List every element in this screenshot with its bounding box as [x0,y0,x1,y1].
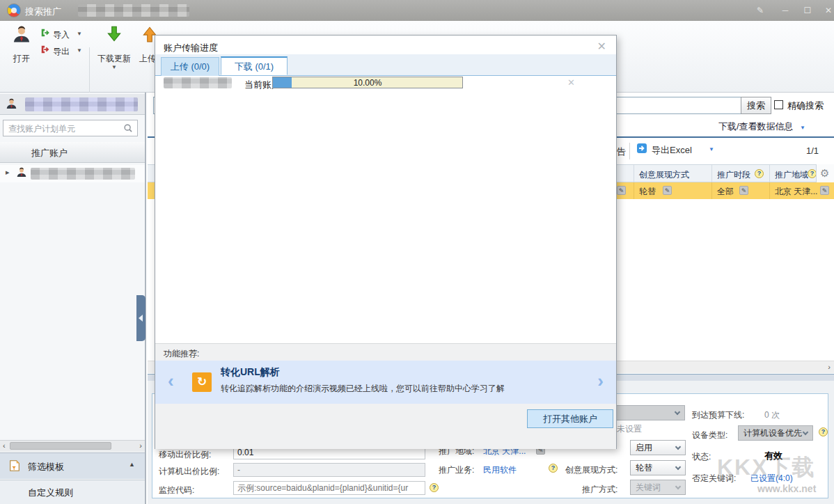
open-account-button[interactable]: 打开 [6,25,38,65]
edit-icon[interactable]: ✎ [617,186,626,195]
import-button[interactable]: 导入 ▼ [40,28,86,42]
import-icon [40,30,50,40]
dialog-title: 账户传输进度 [164,42,218,54]
sidebar-item-custom-rules[interactable]: 自定义规则 [0,480,145,504]
action-separator [629,143,630,159]
open-other-account-button[interactable]: 打开其他账户 [527,409,613,428]
monitor-code-input[interactable] [233,481,425,495]
search-icon [123,123,133,135]
export-button[interactable]: 导出 ▼ [40,45,86,58]
sidebar-account-row[interactable] [0,94,145,115]
app-title: 搜索推广 [25,6,61,18]
creative-mode-dropdown[interactable]: 轮替 [630,460,686,475]
feedback-icon[interactable]: ✎ [753,5,767,16]
tree-expand-icon[interactable]: ▸ [6,168,10,177]
sidebar-item-filter-template[interactable]: 筛选模板 ▲ [0,452,145,479]
banner-description: 转化追踪解析功能的介绍演示视频已经上线啦，您可以前往帮助中心学习了解 [221,383,505,395]
device-type-dropdown[interactable]: 计算机设备优先 [738,425,813,441]
tree-account-name-redacted [31,168,135,180]
tree-item-account[interactable]: ▸ [0,165,145,182]
edit-schedule-icon[interactable]: ✎ [739,186,748,195]
minimize-button[interactable]: ─ [778,5,792,16]
scroll-right-icon[interactable]: › [828,363,831,371]
download-update-button[interactable]: 下载更新 ▼ [93,25,135,75]
app-logo-icon [7,3,21,17]
device-type-value: 计算机设备优先 [743,428,802,438]
import-label: 导入 [53,29,70,41]
tab-download[interactable]: 下载 (0/1) [221,56,288,75]
chevron-down-icon [675,484,681,489]
sidebar-collapse-handle[interactable] [136,295,145,341]
custom-rules-label: 自定义规则 [28,487,73,499]
enabled-value: 启用 [636,443,652,452]
exact-search-checkbox[interactable] [774,100,783,109]
col-divider [769,165,770,182]
method-label: 推广方式: [582,484,617,496]
chevron-down-icon [675,444,681,450]
pagination: 1/1 [806,145,819,156]
pc-ratio-input[interactable] [233,463,425,477]
budget-label: 到达预算下线: [692,409,744,421]
maximize-button[interactable]: ☐ [801,5,815,16]
search-button[interactable]: 搜索 [741,97,771,114]
account-name-redacted [25,97,138,111]
monitor-help-icon[interactable]: ? [430,483,439,492]
cell-schedule: 全部 [717,186,734,198]
header-region[interactable]: 推广地域 [775,169,808,181]
column-settings-gear-icon[interactable]: ⚙ [820,167,829,180]
dialog-tabstrip: 上传 (0/0) 下载 (0/1) [155,54,616,76]
budget-value: 0 次 [764,409,780,421]
schedule-help-icon[interactable]: ? [755,169,764,178]
chevron-down-icon [675,464,681,470]
exact-search-label: 精确搜索 [787,100,824,112]
data-info-link-label: 下载/查看数据信息 [718,121,794,132]
sidebar-horizontal-scrollbar[interactable]: ‹ › [0,440,145,452]
title-bar: 搜索推广 ✎ ─ ☐ ✕ [0,0,834,21]
collapse-up-icon[interactable]: ▲ [129,461,135,468]
sidebar-search-placeholder: 查找账户计划单元 [8,123,75,135]
close-button[interactable]: ✕ [821,5,834,16]
edit-region-icon[interactable]: ✎ [820,186,829,195]
export-excel-button[interactable]: 导出Excel ▼ [636,143,720,158]
hidden-field-dropdown[interactable] [611,405,685,420]
dialog-bottom-section: 功能推荐: ‹ ↻ 转化URL解析 转化追踪解析功能的介绍演示视频已经上线啦，您… [155,343,616,449]
export-label: 导出 [53,46,70,58]
banner-title[interactable]: 转化URL解析 [221,366,280,379]
scrollbar-thumb[interactable] [10,442,111,450]
titlebar-account-redacted [78,4,189,17]
filter-template-icon [8,459,21,474]
data-info-link[interactable]: 下载/查看数据信息 ▼ [718,120,830,133]
download-arrow-icon [105,25,123,45]
data-info-caret-icon: ▼ [800,125,805,131]
edit-creative-icon[interactable]: ✎ [663,186,672,195]
business-label: 推广业务: [439,464,474,476]
person-icon [12,25,31,47]
export-icon [40,47,50,56]
enabled-dropdown[interactable]: 启用 [630,440,686,455]
tab-upload[interactable]: 上传 (0/0) [161,57,219,76]
device-help-icon[interactable]: ? [819,427,828,436]
business-value[interactable]: 民用软件 [483,464,517,476]
banner-prev-icon[interactable]: ‹ [168,370,174,392]
report-label-partial[interactable]: 告 [617,145,626,158]
transfer-progress-dialog: 账户传输进度 ✕ 上传 (0/0) 下载 (0/1) 当前账户 10.00% ✕… [155,35,617,449]
header-creative-mode[interactable]: 创意展现方式 [639,169,689,181]
dialog-close-icon[interactable]: ✕ [597,40,606,53]
progress-bar: 10.00% [272,77,463,88]
method-dropdown[interactable]: 关键词 [630,480,686,495]
notset-value: 未设置 [617,423,642,435]
open-button-label: 打开 [6,53,38,65]
scroll-right-icon[interactable]: › [139,441,142,450]
monitor-code-label: 监控代码: [159,485,194,496]
scroll-left-icon[interactable]: ‹ [3,441,6,450]
pc-ratio-label: 计算机出价比例: [159,466,219,478]
creative-help-icon[interactable]: ? [549,464,558,473]
sidebar-search-box[interactable]: 查找账户计划单元 [3,120,138,136]
banner-next-icon[interactable]: › [597,370,604,392]
cancel-transfer-icon[interactable]: ✕ [567,77,575,88]
conversion-url-icon: ↻ [187,368,217,397]
header-schedule[interactable]: 推广时段 [717,169,750,181]
sidebar: 查找账户计划单元 推广账户 ▸ ‹ › 筛选模板 ▲ [0,93,146,504]
export-excel-icon [636,146,647,156]
creative-mode-label: 创意展现方式: [565,464,617,476]
